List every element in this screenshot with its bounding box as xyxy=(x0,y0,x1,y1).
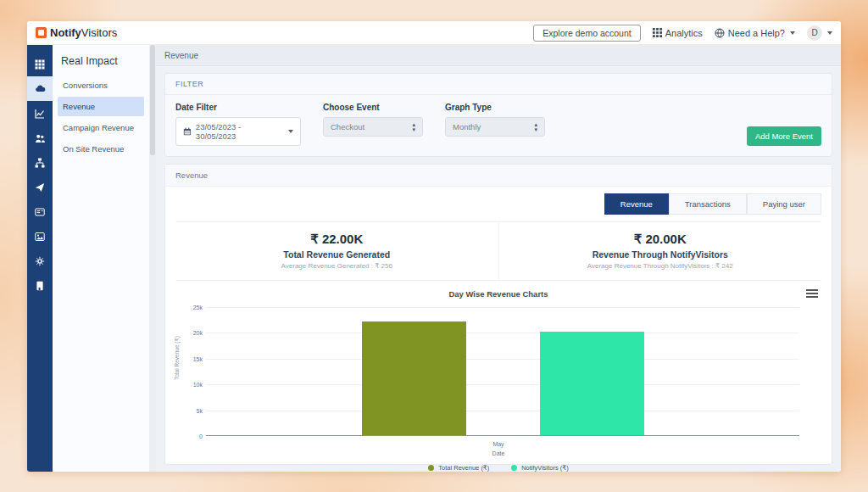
legend-label: Total Revenue (₹) xyxy=(438,464,489,472)
stat-revenue-through-nv: ₹ 20.00K Revenue Through NotifyVisitors … xyxy=(498,222,822,280)
chart-plot xyxy=(206,307,799,436)
date-range-value: 23/05/2023 - 30/05/2023 xyxy=(196,122,282,141)
analytics-menu[interactable]: Analytics xyxy=(653,28,703,38)
x-axis-title: Date xyxy=(175,450,821,459)
bar-0 xyxy=(362,321,466,435)
select-arrows-icon: ▴▾ xyxy=(534,122,537,131)
sidebar-item-media[interactable] xyxy=(27,224,53,249)
globe-icon xyxy=(715,28,725,38)
chart-menu-icon[interactable] xyxy=(806,288,818,299)
submenu-panel: Real Impact Conversions Revenue Campaign… xyxy=(53,45,149,472)
sidebar-item-list[interactable] xyxy=(27,199,53,224)
logo-text-light: Visitors xyxy=(81,26,117,39)
gridline xyxy=(206,411,799,411)
app-window: NotifyVisitors Explore demo account Anal… xyxy=(27,21,841,472)
avatar: D xyxy=(807,25,822,41)
stats-row: ₹ 22.00K Total Revenue Generated Average… xyxy=(175,221,821,281)
stat-subtext: Average Revenue Generated : ₹ 256 xyxy=(175,262,498,270)
chart-line-icon xyxy=(35,109,45,119)
revenue-card-title: Revenue xyxy=(165,165,832,187)
graph-type-value: Monthly xyxy=(453,122,481,131)
scrollbar-thumb[interactable] xyxy=(150,45,155,155)
date-filter-field: Date Filter 23/05/2023 - 30/05/2023 xyxy=(175,103,301,146)
stat-value: ₹ 22.00K xyxy=(175,232,498,247)
sidebar-item-grid[interactable] xyxy=(27,52,53,76)
gear-icon xyxy=(35,256,45,266)
legend-dot-1 xyxy=(511,465,517,471)
sidebar-item-campaigns[interactable] xyxy=(27,175,53,199)
calendar-icon xyxy=(183,127,192,136)
logo-text: NotifyVisitors xyxy=(50,26,117,39)
legend-item-notifyvisitors[interactable]: NotifyVisitors (₹) xyxy=(511,464,568,472)
explore-demo-account-button[interactable]: Explore demo account xyxy=(533,25,640,42)
choose-event-select[interactable]: Checkout ▴▾ xyxy=(323,117,423,137)
graph-type-label: Graph Type xyxy=(445,103,545,112)
icon-rail xyxy=(27,45,53,472)
graph-type-field: Graph Type Monthly ▴▾ xyxy=(445,103,545,137)
notebook-icon xyxy=(35,281,45,291)
tab-transactions[interactable]: Transactions xyxy=(669,193,747,215)
submenu-scrollbar[interactable] xyxy=(149,45,156,472)
need-help-menu[interactable]: Need a Help? xyxy=(715,28,795,38)
main-content: Revenue FILTER Date Filter 23/05/2023 - … xyxy=(156,45,841,472)
user-menu[interactable]: D xyxy=(807,25,832,41)
bar-1 xyxy=(540,332,644,435)
sidebar-item-settings[interactable] xyxy=(27,249,53,273)
gridline xyxy=(206,307,799,308)
sidebar-item-docs[interactable] xyxy=(27,273,53,298)
filter-card: FILTER Date Filter 23/05/2023 - 30/05/20… xyxy=(164,73,832,157)
sidebar-item-campaign-revenue[interactable]: Campaign Revenue xyxy=(58,118,144,137)
stat-value: ₹ 20.00K xyxy=(499,232,822,247)
sidebar-item-on-site-revenue[interactable]: On Site Revenue xyxy=(58,139,144,159)
date-range-picker[interactable]: 23/05/2023 - 30/05/2023 xyxy=(175,117,301,146)
grid-icon xyxy=(35,59,45,70)
sidebar-item-sitemap[interactable] xyxy=(27,150,53,175)
stat-subtext: Average Revenue Through NotifyVisitors :… xyxy=(499,262,822,270)
gridline xyxy=(206,359,799,360)
logo-icon xyxy=(36,27,47,38)
chart-legend: Total Revenue (₹) NotifyVisitors (₹) xyxy=(175,464,821,472)
sidebar-item-revenue[interactable]: Revenue xyxy=(58,97,144,116)
sidebar-item-analytics-chart[interactable] xyxy=(27,101,53,126)
page-title: Revenue xyxy=(156,45,841,66)
sidebar-item-users[interactable] xyxy=(27,126,53,150)
grid-icon xyxy=(653,28,662,37)
need-help-label: Need a Help? xyxy=(728,28,785,38)
image-icon xyxy=(35,232,45,242)
legend-item-total-revenue[interactable]: Total Revenue (₹) xyxy=(428,464,489,472)
notifyvisitors-logo[interactable]: NotifyVisitors xyxy=(36,26,117,39)
legend-dot-0 xyxy=(428,465,434,471)
cloud-icon xyxy=(35,83,46,94)
tab-paying-user[interactable]: Paying user xyxy=(747,193,821,215)
chevron-down-icon xyxy=(827,31,832,35)
chevron-down-icon xyxy=(288,130,293,133)
sidebar-item-conversions[interactable]: Conversions xyxy=(58,75,144,95)
choose-event-label: Choose Event xyxy=(323,103,423,112)
stat-label: Total Revenue Generated xyxy=(175,249,498,260)
x-tick-may: May xyxy=(175,440,821,450)
logo-text-bold: Notify xyxy=(50,26,81,39)
y-tick: 10k xyxy=(193,382,203,388)
tab-revenue[interactable]: Revenue xyxy=(604,193,669,215)
y-tick: 0 xyxy=(199,433,203,439)
y-tick: 5k xyxy=(197,407,203,413)
gridline xyxy=(206,384,799,385)
sitemap-icon xyxy=(35,158,45,168)
filter-title: FILTER xyxy=(165,74,832,95)
sidebar-item-real-impact[interactable] xyxy=(27,76,53,101)
legend-label: NotifyVisitors (₹) xyxy=(521,464,568,472)
revenue-card: Revenue Revenue Transactions Paying user… xyxy=(164,164,832,465)
day-wise-revenue-chart: Day Wise Revenue Charts Total Revenue (₹… xyxy=(175,281,821,472)
add-more-event-button[interactable]: Add More Event xyxy=(747,126,821,146)
chart-title: Day Wise Revenue Charts xyxy=(175,289,821,299)
analytics-label: Analytics xyxy=(665,28,703,38)
choose-event-field: Choose Event Checkout ▴▾ xyxy=(323,103,423,137)
x-axis-labels: May Date xyxy=(175,440,821,458)
date-filter-label: Date Filter xyxy=(175,103,301,112)
y-axis-title: Total Revenue (₹) xyxy=(175,307,186,436)
y-tick: 15k xyxy=(193,355,203,361)
graph-type-select[interactable]: Monthly ▴▾ xyxy=(445,117,545,137)
y-tick: 20k xyxy=(193,330,203,336)
chevron-down-icon xyxy=(790,31,795,35)
y-tick: 25k xyxy=(193,305,203,310)
